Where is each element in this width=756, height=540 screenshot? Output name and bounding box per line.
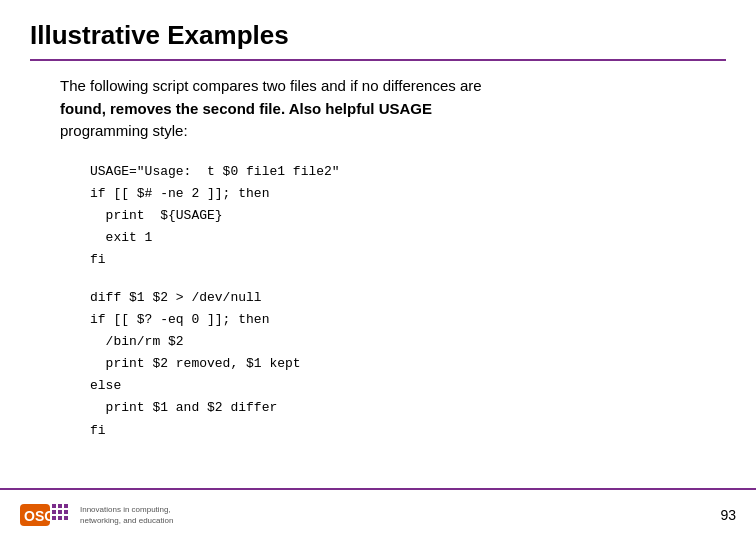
code-line-3: print ${USAGE}	[90, 205, 726, 227]
code-block-1: USAGE="Usage: t $0 file1 file2" if [[ $#…	[90, 161, 726, 271]
code-line-11: print $1 and $2 differ	[90, 397, 726, 419]
svg-rect-3	[58, 504, 62, 508]
code-line-9: print $2 removed, $1 kept	[90, 353, 726, 375]
desc-line1: The following script compares two files …	[60, 77, 482, 94]
code-line-7: if [[ $? -eq 0 ]]; then	[90, 309, 726, 331]
code-line-2: if [[ $# -ne 2 ]]; then	[90, 183, 726, 205]
svg-rect-6	[58, 510, 62, 514]
desc-line2: found, removes the second file. Also hel…	[60, 100, 432, 117]
code-line-1: USAGE="Usage: t $0 file1 file2"	[90, 161, 726, 183]
svg-rect-2	[52, 504, 56, 508]
code-line-12: fi	[90, 420, 726, 442]
page-title: Illustrative Examples	[30, 20, 726, 51]
code-block-2: diff $1 $2 > /dev/null if [[ $? -eq 0 ]]…	[90, 287, 726, 442]
code-line-6: diff $1 $2 > /dev/null	[90, 287, 726, 309]
description-text: The following script compares two files …	[60, 75, 726, 143]
svg-rect-5	[52, 510, 56, 514]
code-line-5: fi	[90, 249, 726, 271]
svg-rect-8	[52, 516, 56, 520]
code-line-8: /bin/rm $2	[90, 331, 726, 353]
svg-text:OSC: OSC	[24, 508, 54, 524]
footer-logo-area: OSC Innovations in computing, networking…	[20, 496, 173, 534]
footer-tagline: Innovations in computing, networking, an…	[80, 504, 173, 526]
svg-rect-4	[64, 504, 68, 508]
slide: Illustrative Examples The following scri…	[0, 0, 756, 540]
tagline-line1: Innovations in computing,	[80, 504, 173, 515]
title-divider	[30, 59, 726, 61]
code-line-10: else	[90, 375, 726, 397]
tagline-line2: networking, and education	[80, 515, 173, 526]
code-line-4: exit 1	[90, 227, 726, 249]
osc-logo-icon: OSC	[20, 496, 70, 534]
page-number: 93	[720, 507, 736, 523]
svg-rect-10	[64, 516, 68, 520]
svg-rect-7	[64, 510, 68, 514]
desc-line3: programming style:	[60, 122, 188, 139]
svg-rect-9	[58, 516, 62, 520]
footer: OSC Innovations in computing, networking…	[0, 488, 756, 540]
